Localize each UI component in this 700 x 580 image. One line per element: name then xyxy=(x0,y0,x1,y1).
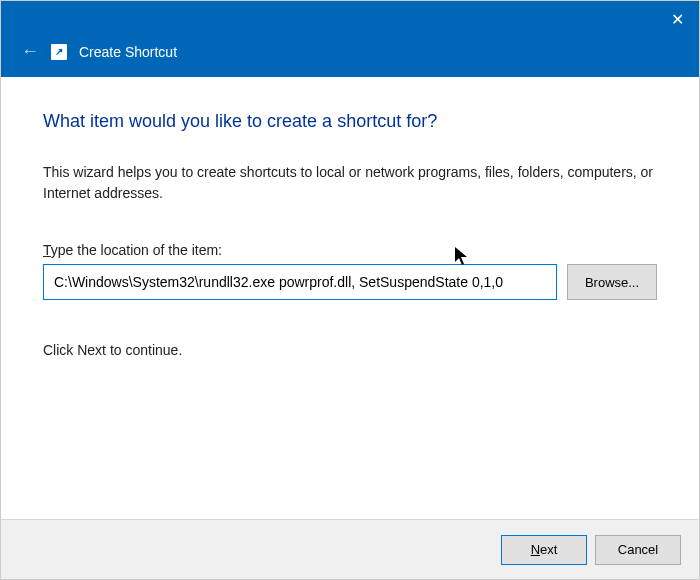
input-row: Browse... xyxy=(43,264,657,300)
next-button[interactable]: Next xyxy=(501,535,587,565)
close-icon: ✕ xyxy=(671,10,684,29)
cancel-button[interactable]: Cancel xyxy=(595,535,681,565)
continue-text: Click Next to continue. xyxy=(43,342,657,358)
browse-button[interactable]: Browse... xyxy=(567,264,657,300)
location-label: Type the location of the item: xyxy=(43,242,657,258)
location-input[interactable] xyxy=(43,264,557,300)
shortcut-icon: ↗ xyxy=(51,44,67,60)
titlebar-row: ← ↗ Create Shortcut xyxy=(21,41,177,62)
wizard-description: This wizard helps you to create shortcut… xyxy=(43,162,657,204)
close-button[interactable]: ✕ xyxy=(663,5,691,33)
dialog-title: Create Shortcut xyxy=(79,44,177,60)
back-arrow-icon[interactable]: ← xyxy=(21,41,39,62)
footer-bar: Next Cancel xyxy=(1,519,699,579)
wizard-heading: What item would you like to create a sho… xyxy=(43,111,657,132)
titlebar: ✕ ← ↗ Create Shortcut xyxy=(1,1,699,77)
content-area: What item would you like to create a sho… xyxy=(1,77,699,519)
